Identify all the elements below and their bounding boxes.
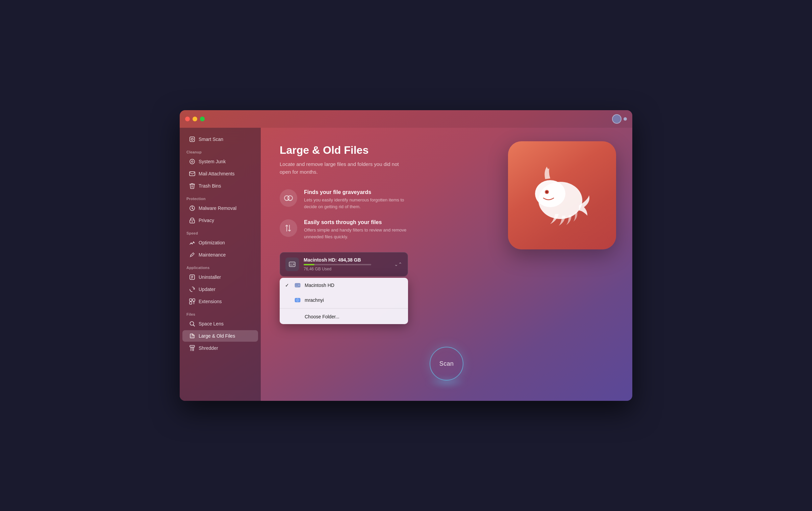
maintenance-icon [189,252,195,258]
extensions-label: Extensions [199,299,222,304]
traffic-lights [185,117,205,121]
folder-background [508,141,616,249]
main-content: Large & Old Files Locate and remove larg… [261,128,632,401]
maximize-button[interactable] [200,117,205,121]
svg-point-19 [293,264,295,265]
svg-point-8 [191,243,192,244]
sidebar-item-maintenance[interactable]: Maintenance [182,249,258,261]
svg-rect-11 [189,299,192,301]
dropdown-item-label-2: mrachnyi [305,297,324,303]
section-cleanup: Cleanup [180,147,261,155]
sidebar-item-trash-bins[interactable]: Trash Bins [182,180,258,192]
disk-dropdown: ✓ Macintosh HD ✓ [280,278,408,324]
svg-point-21 [298,285,300,286]
svg-point-5 [192,208,193,209]
disk-selector[interactable]: Macintosh HD: 494,38 GB 76,46 GB Used ⌄⌃ [280,252,408,276]
shredder-icon [189,345,195,351]
updater-icon [189,286,195,292]
svg-point-7 [192,221,193,222]
sidebar-item-uninstaller[interactable]: Uninstaller [182,271,258,283]
privacy-label: Privacy [199,218,214,223]
dropdown-item-label-3: Choose Folder... [305,314,339,319]
scan-button[interactable]: Scan [430,347,463,381]
space-lens-label: Space Lens [199,321,224,326]
feature-title-1: Finds your file graveyards [304,189,412,195]
uninstaller-label: Uninstaller [199,274,221,280]
trash-bins-label: Trash Bins [199,183,221,189]
section-protection: Protection [180,193,261,202]
dropdown-item-macintosh-hd[interactable]: ✓ Macintosh HD [280,278,408,293]
svg-point-26 [546,191,548,193]
section-files: Files [180,309,261,318]
scan-glow [426,377,467,387]
mail-icon [189,171,195,177]
optimization-icon [189,240,195,246]
checkmark-icon: ✓ [285,283,290,288]
titlebar [180,110,632,128]
sidebar-item-system-junk[interactable]: System Junk [182,156,258,167]
system-junk-icon [189,159,195,165]
feature-desc-1: Lets you easily identify numerous forgot… [304,197,412,210]
disk-used: 76,46 GB Used [304,267,389,271]
privacy-icon [189,217,195,223]
disk-bar-fill [304,264,314,265]
scan-button-container: Scan [430,347,463,381]
titlebar-right [612,114,627,124]
maintenance-label: Maintenance [199,252,226,258]
updater-label: Updater [199,287,215,292]
dropdown-divider [280,308,408,309]
svg-rect-0 [190,137,195,142]
svg-point-14 [190,322,194,325]
large-old-files-label: Large & Old Files [199,333,235,339]
dropdown-item-choose-folder[interactable]: ✓ Choose Folder... [280,309,408,324]
svg-point-2 [190,159,195,164]
page-description: Locate and remove large files and folder… [280,161,408,176]
section-speed: Speed [180,228,261,237]
svg-rect-15 [190,345,195,347]
sidebar-item-large-old-files[interactable]: Large & Old Files [182,330,258,342]
space-lens-icon [189,321,195,327]
sidebar-item-privacy[interactable]: Privacy [182,215,258,226]
feature-text-1: Finds your file graveyards Lets you easi… [304,189,412,210]
svg-rect-13 [189,302,192,304]
feature-desc-2: Offers simple and handy filters to revie… [304,227,412,240]
sidebar-item-updater[interactable]: Updater [182,284,258,295]
feature-text-2: Easily sorts through your files Offers s… [304,219,412,240]
sidebar: Smart Scan Cleanup System Junk [180,128,261,401]
feature-title-2: Easily sorts through your files [304,219,412,225]
sidebar-item-optimization[interactable]: Optimization [182,237,258,248]
malware-removal-label: Malware Removal [199,205,236,211]
feature-illustration [508,141,616,249]
network-drive-icon [294,296,301,304]
smart-scan-label: Smart Scan [199,137,223,142]
sidebar-item-mail-attachments[interactable]: Mail Attachments [182,168,258,179]
mail-attachments-label: Mail Attachments [199,171,235,176]
avatar[interactable] [612,114,621,124]
app-body: Smart Scan Cleanup System Junk [180,128,632,401]
system-junk-label: System Junk [199,159,226,164]
sidebar-item-malware-removal[interactable]: Malware Removal [182,202,258,214]
disk-bar-container [304,264,371,265]
close-button[interactable] [185,117,190,121]
hd-icon [294,282,301,289]
sidebar-item-extensions[interactable]: Extensions [182,296,258,307]
sidebar-item-space-lens[interactable]: Space Lens [182,318,258,330]
sort-files-icon [280,219,297,237]
scan-button-label: Scan [439,360,454,367]
app-window: Smart Scan Cleanup System Junk [180,110,632,401]
minimize-button[interactable] [193,117,197,121]
svg-point-1 [191,138,193,140]
find-graveyards-icon [280,189,297,207]
sidebar-item-shredder[interactable]: Shredder [182,342,258,354]
disk-name: Macintosh HD: 494,38 GB [304,257,389,263]
dropdown-item-label-1: Macintosh HD [305,283,334,288]
chevron-updown-icon: ⌄⌃ [394,262,402,267]
smart-scan-icon [189,136,195,142]
disk-selector-container: Macintosh HD: 494,38 GB 76,46 GB Used ⌄⌃… [280,252,408,276]
folder-icon [294,313,301,320]
svg-rect-3 [189,172,195,176]
section-applications: Applications [180,262,261,271]
dropdown-item-mrachnyi[interactable]: ✓ mrachnyi [280,293,408,308]
malware-icon [189,205,195,211]
sidebar-item-smart-scan[interactable]: Smart Scan [182,133,258,145]
